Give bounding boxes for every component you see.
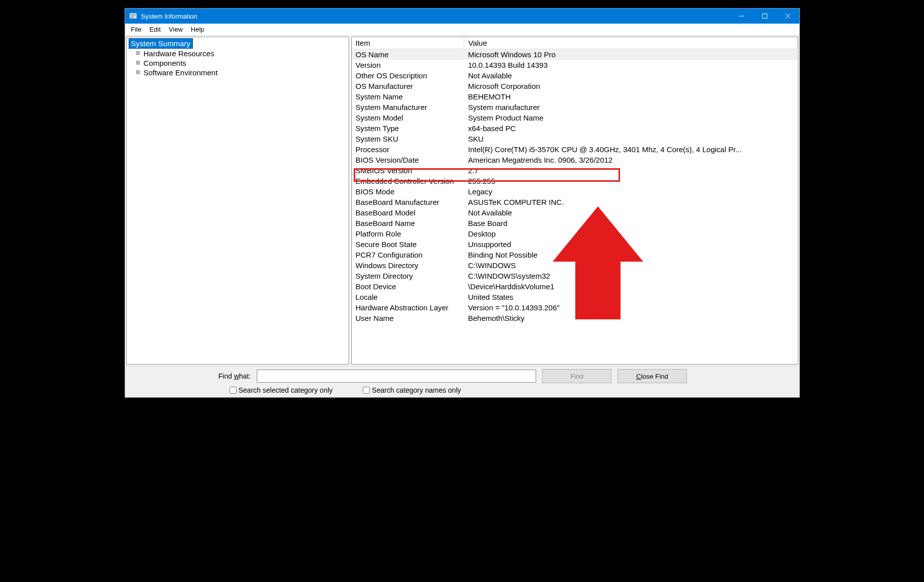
- find-input[interactable]: [257, 370, 536, 383]
- column-header-value[interactable]: Value: [464, 37, 798, 49]
- tree-item-software-environment[interactable]: Software Environment: [129, 68, 347, 77]
- menu-file[interactable]: File: [127, 25, 146, 34]
- table-row[interactable]: Secure Boot StateUnsupported: [352, 239, 798, 250]
- cell-value: Microsoft Corporation: [464, 81, 798, 91]
- cell-item: Secure Boot State: [352, 239, 464, 250]
- svg-rect-2: [131, 16, 136, 17]
- cell-item: Locale: [352, 292, 464, 302]
- cell-item: BIOS Version/Date: [352, 155, 464, 165]
- cell-value: American Megatrends Inc. 0906, 3/26/2012: [464, 155, 798, 165]
- cell-value: Intel(R) Core(TM) i5-3570K CPU @ 3.40GHz…: [464, 144, 798, 155]
- cell-value: C:\WINDOWS: [464, 260, 798, 271]
- cell-value: C:\WINDOWS\system32: [464, 271, 798, 281]
- table-row[interactable]: System SKUSKU: [352, 134, 798, 144]
- table-row[interactable]: Other OS DescriptionNot Available: [352, 70, 798, 81]
- table-row[interactable]: Embedded Controller Version255.255: [352, 176, 798, 186]
- minimize-button[interactable]: [730, 9, 753, 24]
- menubar: File Edit View Help: [125, 24, 799, 36]
- find-button[interactable]: Find: [542, 369, 611, 383]
- table-row[interactable]: System Typex64-based PC: [352, 123, 798, 134]
- details-scroll[interactable]: Item Value OS NameMicrosoft Windows 10 P…: [352, 37, 798, 364]
- cell-value: x64-based PC: [464, 123, 798, 134]
- cell-item: Boot Device: [352, 281, 464, 292]
- search-category-names-input[interactable]: [363, 387, 370, 394]
- table-row[interactable]: Platform RoleDesktop: [352, 228, 798, 239]
- table-row[interactable]: System DirectoryC:\WINDOWS\system32: [352, 271, 798, 281]
- cell-item: System SKU: [352, 134, 464, 144]
- table-row[interactable]: ProcessorIntel(R) Core(TM) i5-3570K CPU …: [352, 144, 798, 155]
- app-icon: [129, 12, 137, 20]
- table-row[interactable]: BaseBoard NameBase Board: [352, 218, 798, 228]
- close-find-button[interactable]: Close Find: [618, 369, 687, 383]
- tree-item-components[interactable]: Components: [129, 58, 347, 68]
- table-row[interactable]: BaseBoard ModelNot Available: [352, 207, 798, 218]
- cell-item: OS Name: [352, 49, 464, 60]
- menu-view[interactable]: View: [165, 25, 187, 34]
- search-selected-category-label: Search selected category only: [239, 386, 333, 394]
- cell-item: Platform Role: [352, 228, 464, 239]
- search-category-names-checkbox[interactable]: Search category names only: [363, 386, 461, 394]
- details-table: Item Value OS NameMicrosoft Windows 10 P…: [352, 37, 798, 323]
- table-row[interactable]: SMBIOS Version2.7: [352, 165, 798, 176]
- tree-item-hardware-resources[interactable]: Hardware Resources: [129, 49, 347, 58]
- cell-value: ASUSTeK COMPUTER INC.: [464, 197, 798, 207]
- find-label: Find what:: [219, 372, 251, 380]
- menu-help[interactable]: Help: [187, 25, 209, 34]
- cell-item: User Name: [352, 313, 464, 323]
- cell-value: Desktop: [464, 228, 798, 239]
- table-row[interactable]: BaseBoard ManufacturerASUSTeK COMPUTER I…: [352, 197, 798, 207]
- table-row[interactable]: System ModelSystem Product Name: [352, 112, 798, 123]
- search-selected-category-input[interactable]: [230, 387, 237, 394]
- table-row[interactable]: PCR7 ConfigurationBinding Not Possible: [352, 250, 798, 260]
- cell-item: System Name: [352, 91, 464, 102]
- table-row[interactable]: LocaleUnited States: [352, 292, 798, 302]
- table-row[interactable]: Boot Device\Device\HarddiskVolume1: [352, 281, 798, 292]
- system-information-window: System Information File Edit View Help S…: [125, 8, 800, 398]
- cell-item: BaseBoard Name: [352, 218, 464, 228]
- content-area: System Summary Hardware Resources Compon…: [125, 36, 799, 366]
- navigation-tree[interactable]: System Summary Hardware Resources Compon…: [126, 37, 349, 365]
- cell-value: Not Available: [464, 70, 798, 81]
- cell-value: Binding Not Possible: [464, 250, 798, 260]
- cell-value: Base Board: [464, 218, 798, 228]
- cell-item: Hardware Abstraction Layer: [352, 302, 464, 313]
- table-row[interactable]: Hardware Abstraction LayerVersion = "10.…: [352, 302, 798, 313]
- cell-value: Not Available: [464, 207, 798, 218]
- cell-value: \Device\HarddiskVolume1: [464, 281, 798, 292]
- cell-item: System Directory: [352, 271, 464, 281]
- cell-item: System Model: [352, 112, 464, 123]
- table-row[interactable]: OS NameMicrosoft Windows 10 Pro: [352, 49, 798, 60]
- cell-item: OS Manufacturer: [352, 81, 464, 91]
- search-selected-category-checkbox[interactable]: Search selected category only: [230, 386, 333, 394]
- cell-item: BIOS Mode: [352, 186, 464, 197]
- table-row[interactable]: System NameBEHEMOTH: [352, 91, 798, 102]
- menu-edit[interactable]: Edit: [145, 25, 164, 34]
- cell-value: BEHEMOTH: [464, 91, 798, 102]
- window-title: System Information: [141, 13, 730, 20]
- table-row[interactable]: BIOS Version/DateAmerican Megatrends Inc…: [352, 155, 798, 165]
- cell-value: Unsupported: [464, 239, 798, 250]
- cell-value: 255.255: [464, 176, 798, 186]
- table-row[interactable]: System ManufacturerSystem manufacturer: [352, 102, 798, 112]
- maximize-button[interactable]: [753, 9, 776, 24]
- cell-value: Version = "10.0.14393.206": [464, 302, 798, 313]
- column-header-item[interactable]: Item: [352, 37, 464, 49]
- tree-root-system-summary[interactable]: System Summary: [129, 38, 193, 49]
- cell-value: System manufacturer: [464, 102, 798, 112]
- table-row[interactable]: OS ManufacturerMicrosoft Corporation: [352, 81, 798, 91]
- close-button[interactable]: [776, 9, 799, 24]
- table-row[interactable]: Version10.0.14393 Build 14393: [352, 60, 798, 70]
- cell-item: Embedded Controller Version: [352, 176, 464, 186]
- window-controls: [730, 9, 799, 24]
- cell-item: System Type: [352, 123, 464, 134]
- table-row[interactable]: BIOS ModeLegacy: [352, 186, 798, 197]
- cell-value: 2.7: [464, 165, 798, 176]
- table-row[interactable]: User NameBehemoth\Sticky: [352, 313, 798, 323]
- table-row[interactable]: Windows DirectoryC:\WINDOWS: [352, 260, 798, 271]
- svg-rect-1: [131, 14, 136, 15]
- titlebar[interactable]: System Information: [125, 9, 799, 24]
- cell-item: Windows Directory: [352, 260, 464, 271]
- cell-item: BaseBoard Model: [352, 207, 464, 218]
- svg-rect-3: [131, 17, 134, 18]
- svg-rect-5: [762, 14, 767, 19]
